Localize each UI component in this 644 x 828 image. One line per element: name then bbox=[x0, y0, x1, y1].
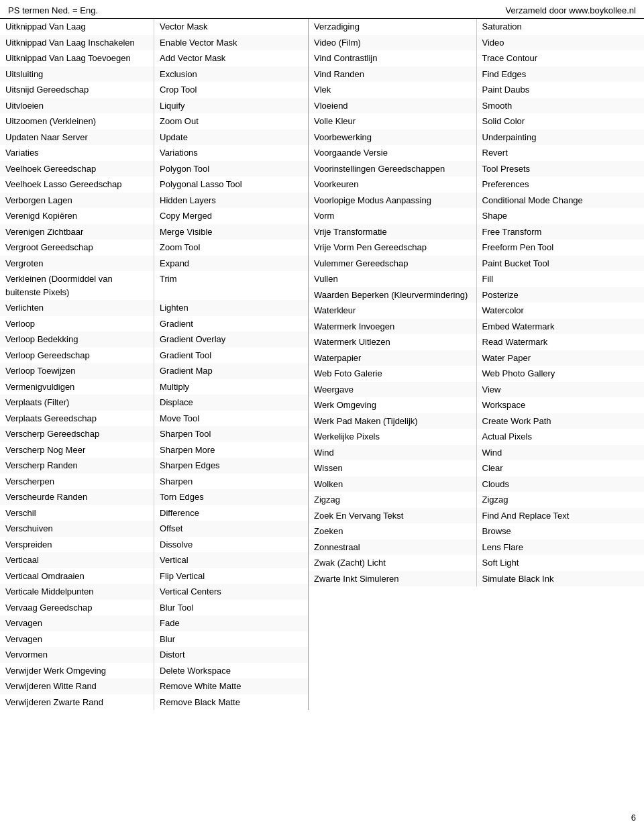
dutch-term: Wissen bbox=[309, 460, 476, 476]
table-row: Zoeken Browse bbox=[309, 523, 644, 539]
table-row: Werk Omgeving Workspace bbox=[309, 397, 644, 413]
english-term: Vertical Centers bbox=[154, 584, 309, 600]
table-row: Zigzag Zigzag bbox=[309, 492, 644, 508]
dutch-term: Zwarte Inkt Simuleren bbox=[309, 571, 476, 587]
table-row: Verschuiven Offset bbox=[0, 521, 308, 537]
english-term: Soft Light bbox=[476, 555, 644, 571]
dutch-term: Vrije Vorm Pen Gereedschap bbox=[309, 240, 476, 256]
english-term: Multiply bbox=[154, 379, 309, 395]
dutch-term: Watermerk Uitlezen bbox=[309, 334, 476, 350]
right-table: Verzadiging Saturation Video (Film) Vide… bbox=[309, 19, 644, 586]
dutch-term: Verloop Gereedschap bbox=[0, 348, 154, 364]
left-table: Uitknippad Van Laag Vector Mask Uitknipp… bbox=[0, 19, 308, 710]
english-term: Crop Tool bbox=[154, 82, 309, 98]
page-header: PS termen Ned. = Eng. Verzameld door www… bbox=[0, 0, 644, 19]
table-row: Vind Randen Find Edges bbox=[309, 66, 644, 83]
dutch-term: Verwijderen Zwarte Rand bbox=[0, 694, 154, 711]
dutch-term: Uitsnijd Gereedschap bbox=[0, 82, 154, 98]
table-row: Wolken Clouds bbox=[309, 476, 644, 493]
english-term: Distort bbox=[154, 647, 309, 663]
english-term: Actual Pixels bbox=[476, 429, 644, 445]
table-row: Voorinstellingen Gereedschappen Tool Pre… bbox=[309, 161, 644, 177]
english-term: Zoom Tool bbox=[154, 240, 309, 256]
table-row: Veelhoek Lasso Gereedschap Polygonal Las… bbox=[0, 176, 308, 193]
table-row: Vermenigvuldigen Multiply bbox=[0, 379, 308, 395]
table-row: Zoek En Vervang Tekst Find And Replace T… bbox=[309, 508, 644, 524]
english-term: Freeform Pen Tool bbox=[476, 240, 644, 256]
table-row: Verloop Gereedschap Gradient Tool bbox=[0, 348, 308, 364]
english-term: Move Tool bbox=[154, 411, 309, 427]
dutch-term: Waterpapier bbox=[309, 350, 476, 366]
table-row: Variaties Variations bbox=[0, 145, 308, 161]
english-term: Copy Merged bbox=[154, 208, 309, 224]
dutch-term: Vergroot Gereedschap bbox=[0, 240, 154, 256]
table-row: Waterpapier Water Paper bbox=[309, 350, 644, 366]
dutch-term: Vervaag Gereedschap bbox=[0, 600, 154, 616]
dutch-term: Vulemmer Gereedschap bbox=[309, 256, 476, 272]
page-footer: 6 bbox=[631, 813, 636, 823]
table-row: Voorbewerking Underpainting bbox=[309, 130, 644, 146]
dutch-term: Verspreiden bbox=[0, 537, 154, 553]
dutch-term: Verlichten bbox=[0, 300, 154, 316]
english-term: Web Photo Gallery bbox=[476, 366, 644, 382]
table-row: Waterkleur Watercolor bbox=[309, 303, 644, 319]
english-term: Offset bbox=[154, 521, 309, 537]
dutch-term: Uitknippad Van Laag bbox=[0, 19, 154, 35]
table-row: Zwarte Inkt Simuleren Simulate Black Ink bbox=[309, 571, 644, 587]
dutch-term: Uitknippad Van Laag Inschakelen bbox=[0, 35, 154, 51]
dutch-term: Vind Randen bbox=[309, 66, 476, 83]
table-row: Uitknippad Van Laag Vector Mask bbox=[0, 19, 308, 35]
english-term: Lighten bbox=[154, 300, 309, 316]
table-row: Vervormen Distort bbox=[0, 647, 308, 663]
english-term: Sharpen bbox=[154, 474, 309, 490]
table-row: Wissen Clear bbox=[309, 460, 644, 476]
english-term: Sharpen More bbox=[154, 442, 309, 458]
table-row: Video (Film) Video bbox=[309, 35, 644, 51]
dutch-term: Voorinstellingen Gereedschappen bbox=[309, 161, 476, 177]
dutch-term: Uitknippad Van Laag Toevoegen bbox=[0, 50, 154, 66]
english-term: Simulate Black Ink bbox=[476, 571, 644, 587]
table-row: Verenigd Kopiëren Copy Merged bbox=[0, 208, 308, 224]
table-row: Vullen Fill bbox=[309, 271, 644, 287]
dutch-term: Vloeiend bbox=[309, 98, 476, 114]
english-term: Remove Black Matte bbox=[154, 694, 309, 711]
english-term: Exclusion bbox=[154, 66, 309, 83]
table-row: Verkleinen (Doormiddel van buitenste Pix… bbox=[0, 271, 308, 300]
english-term: Blur Tool bbox=[154, 600, 309, 616]
right-section: Verzadiging Saturation Video (Film) Vide… bbox=[309, 19, 644, 710]
table-row: Watermerk Uitlezen Read Watermark bbox=[309, 334, 644, 350]
english-term: Delete Workspace bbox=[154, 663, 309, 679]
dutch-term: Werk Omgeving bbox=[309, 397, 476, 413]
dutch-term: Voorkeuren bbox=[309, 176, 476, 193]
dutch-term: Verloop Toewijzen bbox=[0, 363, 154, 379]
english-term: Vector Mask bbox=[154, 19, 309, 35]
english-term: Video bbox=[476, 35, 644, 51]
english-term: Dissolve bbox=[154, 537, 309, 553]
dutch-term: Werkelijke Pixels bbox=[309, 429, 476, 445]
dutch-term: Verwijderen Witte Rand bbox=[0, 678, 154, 694]
english-term: Posterize bbox=[476, 287, 644, 303]
table-row: Verwijderen Zwarte Rand Remove Black Mat… bbox=[0, 694, 308, 711]
table-row: Vorm Shape bbox=[309, 208, 644, 224]
table-row: Verloop Bedekking Gradient Overlay bbox=[0, 331, 308, 348]
table-row: Verscherpen Sharpen bbox=[0, 474, 308, 490]
dutch-term: Vervagen bbox=[0, 615, 154, 631]
dutch-term: Verticaal Omdraaien bbox=[0, 568, 154, 584]
dutch-term: Zoeken bbox=[309, 523, 476, 539]
dutch-term: Wind bbox=[309, 445, 476, 461]
dutch-term: Veelhoek Gereedschap bbox=[0, 161, 154, 177]
english-term: Free Transform bbox=[476, 224, 644, 240]
english-term: Clouds bbox=[476, 476, 644, 493]
table-row: Vervagen Blur bbox=[0, 631, 308, 648]
dutch-term: Verplaats Gereedschap bbox=[0, 411, 154, 427]
english-term: Torn Edges bbox=[154, 489, 309, 505]
table-row: Weergave View bbox=[309, 382, 644, 398]
english-term: Find And Replace Text bbox=[476, 508, 644, 524]
table-row: Zonnestraal Lens Flare bbox=[309, 539, 644, 556]
english-term: Gradient Overlay bbox=[154, 331, 309, 348]
dutch-term: Video (Film) bbox=[309, 35, 476, 51]
table-row: Web Foto Galerie Web Photo Gallery bbox=[309, 366, 644, 382]
table-row: Vrije Transformatie Free Transform bbox=[309, 224, 644, 240]
dutch-term: Verplaats (Filter) bbox=[0, 395, 154, 411]
english-term: Sharpen Edges bbox=[154, 458, 309, 474]
